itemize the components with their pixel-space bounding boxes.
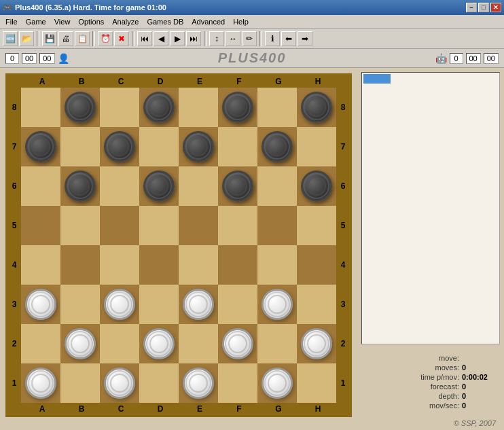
move-start-icon[interactable]: ⏮ bbox=[137, 31, 152, 46]
black-piece-r2-c1[interactable] bbox=[65, 171, 96, 202]
white-piece-r5-c2[interactable] bbox=[104, 289, 135, 320]
black-piece-r1-c0[interactable] bbox=[25, 131, 56, 162]
cell-r6-c1[interactable] bbox=[60, 324, 100, 363]
cell-r5-c7[interactable] bbox=[297, 285, 336, 324]
cell-r6-c3[interactable] bbox=[139, 324, 179, 363]
cell-r3-c3[interactable] bbox=[139, 206, 179, 245]
checkerboard[interactable] bbox=[21, 88, 336, 403]
black-piece-r0-c7[interactable] bbox=[301, 92, 332, 123]
back-icon[interactable]: ⬅ bbox=[281, 31, 296, 46]
cell-r6-c6[interactable] bbox=[257, 324, 297, 363]
cell-r6-c4[interactable] bbox=[179, 324, 218, 363]
cell-r3-c5[interactable] bbox=[218, 206, 257, 245]
cell-r2-c4[interactable] bbox=[179, 166, 218, 206]
cell-r2-c0[interactable] bbox=[21, 166, 60, 206]
white-piece-r7-c2[interactable] bbox=[104, 368, 135, 399]
black-piece-r2-c5[interactable] bbox=[222, 171, 253, 202]
cell-r5-c1[interactable] bbox=[60, 285, 100, 324]
flip-icon[interactable]: ↕ bbox=[209, 31, 224, 46]
cell-r3-c6[interactable] bbox=[257, 206, 297, 245]
info-icon[interactable]: ℹ bbox=[265, 31, 280, 46]
menu-options[interactable]: Options bbox=[74, 16, 108, 27]
cell-r2-c5[interactable] bbox=[218, 166, 257, 206]
cell-r2-c2[interactable] bbox=[100, 166, 139, 206]
cell-r4-c5[interactable] bbox=[218, 245, 257, 285]
cell-r0-c0[interactable] bbox=[21, 88, 60, 127]
cell-r0-c2[interactable] bbox=[100, 88, 139, 127]
cell-r4-c7[interactable] bbox=[297, 245, 336, 285]
white-piece-r6-c3[interactable] bbox=[143, 328, 175, 359]
title-bar-controls[interactable]: − □ ✕ bbox=[466, 3, 501, 12]
cell-r3-c7[interactable] bbox=[297, 206, 336, 245]
cell-r7-c6[interactable] bbox=[257, 363, 297, 403]
cell-r6-c2[interactable] bbox=[100, 324, 139, 363]
white-piece-r5-c6[interactable] bbox=[262, 289, 293, 320]
cell-r4-c0[interactable] bbox=[21, 245, 60, 285]
cell-r6-c0[interactable] bbox=[21, 324, 60, 363]
white-piece-r5-c0[interactable] bbox=[25, 289, 56, 320]
cell-r0-c6[interactable] bbox=[257, 88, 297, 127]
cell-r5-c5[interactable] bbox=[218, 285, 257, 324]
cell-r3-c1[interactable] bbox=[60, 206, 100, 245]
print1-icon[interactable]: 🖨 bbox=[58, 31, 73, 46]
clock-icon[interactable]: ⏰ bbox=[98, 31, 113, 46]
cell-r1-c2[interactable] bbox=[100, 127, 139, 166]
cell-r7-c7[interactable] bbox=[297, 363, 336, 403]
white-piece-r6-c7[interactable] bbox=[301, 328, 332, 359]
cell-r5-c2[interactable] bbox=[100, 285, 139, 324]
black-piece-r2-c7[interactable] bbox=[301, 171, 332, 202]
white-piece-r7-c6[interactable] bbox=[262, 368, 293, 399]
move-prev-icon[interactable]: ◀ bbox=[154, 31, 168, 46]
cell-r5-c4[interactable] bbox=[179, 285, 218, 324]
black-piece-r0-c5[interactable] bbox=[222, 92, 253, 123]
cell-r5-c6[interactable] bbox=[257, 285, 297, 324]
cell-r5-c3[interactable] bbox=[139, 285, 179, 324]
maximize-button[interactable]: □ bbox=[478, 3, 489, 12]
menu-file[interactable]: File bbox=[1, 16, 22, 27]
rotate-icon[interactable]: ↔ bbox=[226, 31, 240, 46]
cell-r4-c2[interactable] bbox=[100, 245, 139, 285]
cell-r1-c3[interactable] bbox=[139, 127, 179, 166]
cell-r1-c5[interactable] bbox=[218, 127, 257, 166]
menu-analyze[interactable]: Analyze bbox=[108, 16, 143, 27]
cell-r2-c6[interactable] bbox=[257, 166, 297, 206]
forward-icon[interactable]: ➡ bbox=[298, 31, 312, 46]
cell-r7-c5[interactable] bbox=[218, 363, 257, 403]
print2-icon[interactable]: 📋 bbox=[75, 31, 90, 46]
menu-gamesdb[interactable]: Games DB bbox=[143, 16, 187, 27]
black-piece-r0-c1[interactable] bbox=[65, 92, 96, 123]
cell-r1-c7[interactable] bbox=[297, 127, 336, 166]
cell-r1-c1[interactable] bbox=[60, 127, 100, 166]
cell-r2-c3[interactable] bbox=[139, 166, 179, 206]
cell-r4-c1[interactable] bbox=[60, 245, 100, 285]
move-end-icon[interactable]: ⏭ bbox=[186, 31, 201, 46]
move-log[interactable] bbox=[361, 72, 500, 344]
edit-icon[interactable]: ✏ bbox=[242, 31, 257, 46]
cell-r6-c7[interactable] bbox=[297, 324, 336, 363]
cell-r7-c0[interactable] bbox=[21, 363, 60, 403]
cell-r3-c4[interactable] bbox=[179, 206, 218, 245]
cell-r5-c0[interactable] bbox=[21, 285, 60, 324]
save-icon[interactable]: 💾 bbox=[42, 31, 57, 46]
new-game-icon[interactable]: 🆕 bbox=[3, 31, 18, 46]
cell-r3-c2[interactable] bbox=[100, 206, 139, 245]
cell-r1-c0[interactable] bbox=[21, 127, 60, 166]
black-piece-r2-c3[interactable] bbox=[143, 171, 175, 202]
cell-r2-c1[interactable] bbox=[60, 166, 100, 206]
move-next-icon[interactable]: ▶ bbox=[170, 31, 185, 46]
black-piece-r1-c4[interactable] bbox=[183, 131, 214, 162]
cell-r6-c5[interactable] bbox=[218, 324, 257, 363]
cell-r4-c6[interactable] bbox=[257, 245, 297, 285]
menu-view[interactable]: View bbox=[50, 16, 75, 27]
menu-help[interactable]: Help bbox=[229, 16, 253, 27]
white-piece-r7-c0[interactable] bbox=[25, 368, 56, 399]
white-piece-r7-c4[interactable] bbox=[183, 368, 214, 399]
cell-r0-c5[interactable] bbox=[218, 88, 257, 127]
cell-r7-c2[interactable] bbox=[100, 363, 139, 403]
black-piece-r1-c2[interactable] bbox=[104, 131, 135, 162]
cell-r2-c7[interactable] bbox=[297, 166, 336, 206]
cell-r0-c7[interactable] bbox=[297, 88, 336, 127]
cell-r1-c4[interactable] bbox=[179, 127, 218, 166]
menu-game[interactable]: Game bbox=[22, 16, 50, 27]
white-piece-r5-c4[interactable] bbox=[183, 289, 214, 320]
